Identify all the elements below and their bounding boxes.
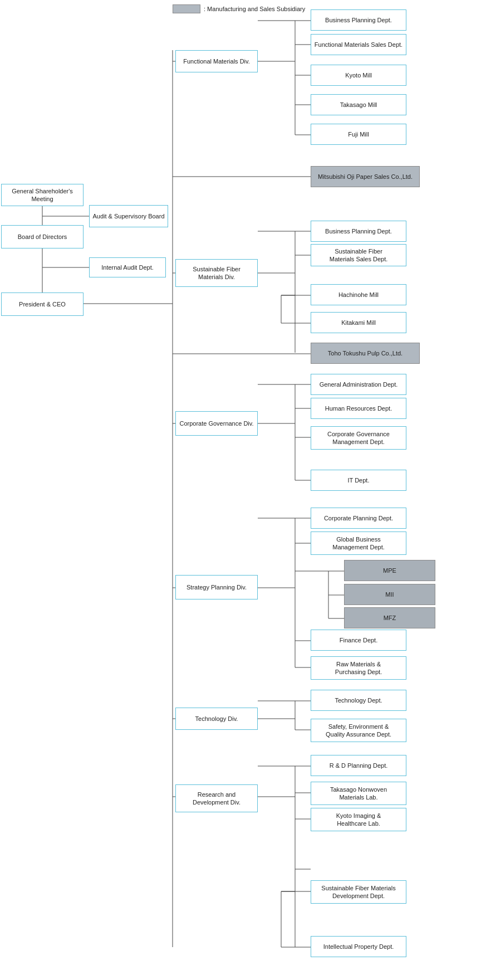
kyoto-mill: Kyoto Mill bbox=[311, 65, 406, 86]
fuji-mill: Fuji Mill bbox=[311, 124, 406, 145]
safety-env-qa-label: Safety, Environment &Quality Assurance D… bbox=[326, 723, 391, 739]
technology-dept: Technology Dept. bbox=[311, 690, 406, 711]
strategy-planning-div-label: Strategy Planning Div. bbox=[186, 583, 247, 591]
general-shareholders-label: General Shareholder's Meeting bbox=[4, 187, 80, 203]
corporate-planning-label: Corporate Planning Dept. bbox=[324, 514, 393, 522]
sust-business-planning-label: Business Planning Dept. bbox=[325, 227, 392, 235]
func-business-planning-dept: Business Planning Dept. bbox=[311, 9, 406, 31]
takasago-nonwoven-label: Takasago NonwovenMaterials Lab. bbox=[330, 786, 387, 802]
research-development-div-label: Research andDevelopment Div. bbox=[193, 791, 240, 807]
ip-dept-label: Intellectual Property Dept. bbox=[323, 943, 394, 950]
connector-lines bbox=[0, 0, 481, 980]
kitakami-mill: Kitakami Mill bbox=[311, 312, 406, 333]
president-ceo-box: President & CEO bbox=[1, 292, 84, 316]
raw-materials-label: Raw Materials &Purchasing Dept. bbox=[335, 660, 382, 676]
func-business-planning-dept-label: Business Planning Dept. bbox=[325, 16, 392, 24]
corporate-planning-dept: Corporate Planning Dept. bbox=[311, 508, 406, 529]
board-directors-box: Board of Directors bbox=[1, 225, 84, 248]
research-development-div: Research andDevelopment Div. bbox=[175, 784, 258, 812]
kyoto-imaging-lab: Kyoto Imaging &Healthcare Lab. bbox=[311, 808, 406, 831]
internal-audit-label: Internal Audit Dept. bbox=[101, 264, 154, 271]
sust-fiber-dev-label: Sustainable Fiber MaterialsDevelopment D… bbox=[321, 884, 395, 900]
takasago-mill: Takasago Mill bbox=[311, 94, 406, 115]
general-shareholders-box: General Shareholder's Meeting bbox=[1, 184, 84, 206]
global-biz-mgmt-label: Global BusinessManagement Dept. bbox=[332, 535, 385, 552]
it-dept-label: IT Dept. bbox=[348, 476, 370, 484]
sustainable-fiber-div-label: Sustainable FiberMaterials Div. bbox=[193, 265, 240, 281]
raw-materials-dept: Raw Materials &Purchasing Dept. bbox=[311, 656, 406, 680]
president-ceo-label: President & CEO bbox=[19, 300, 66, 308]
mitsubishi-oji-subsidiary: Mitsubishi Oji Paper Sales Co.,Ltd. bbox=[311, 166, 420, 187]
kyoto-mill-label: Kyoto Mill bbox=[345, 71, 372, 79]
safety-env-qa-dept: Safety, Environment &Quality Assurance D… bbox=[311, 719, 406, 742]
technology-div-label: Technology Div. bbox=[195, 715, 238, 723]
legend-label: : Manufacturing and Sales Subsidiary bbox=[204, 6, 305, 12]
kitakami-mill-label: Kitakami Mill bbox=[341, 319, 376, 326]
board-directors-label: Board of Directors bbox=[18, 233, 67, 241]
mii-subsidiary: MII bbox=[344, 584, 435, 605]
human-resources-label: Human Resources Dept. bbox=[325, 404, 392, 412]
functional-materials-div-label: Functional Materials Div. bbox=[183, 57, 250, 65]
sust-sales-dept: Sustainable FiberMaterials Sales Dept. bbox=[311, 244, 406, 266]
legend-box bbox=[173, 4, 200, 13]
fuji-mill-label: Fuji Mill bbox=[348, 130, 369, 138]
org-chart: : Manufacturing and Sales Subsidiary Gen… bbox=[0, 0, 481, 980]
takasago-mill-label: Takasago Mill bbox=[340, 101, 377, 109]
mfz-label: MFZ bbox=[384, 614, 396, 622]
mfz-subsidiary: MFZ bbox=[344, 607, 435, 628]
functional-materials-div: Functional Materials Div. bbox=[175, 50, 258, 72]
mitsubishi-oji-label: Mitsubishi Oji Paper Sales Co.,Ltd. bbox=[318, 173, 413, 181]
legend: : Manufacturing and Sales Subsidiary bbox=[173, 4, 305, 13]
rd-planning-dept: R & D Planning Dept. bbox=[311, 755, 406, 776]
sust-sales-label: Sustainable FiberMaterials Sales Dept. bbox=[330, 247, 388, 264]
audit-supervisory-box: Audit & Supervisory Board bbox=[89, 205, 168, 227]
human-resources-dept: Human Resources Dept. bbox=[311, 398, 406, 419]
global-biz-mgmt-dept: Global BusinessManagement Dept. bbox=[311, 532, 406, 555]
kyoto-imaging-label: Kyoto Imaging &Healthcare Lab. bbox=[336, 812, 381, 828]
technology-dept-label: Technology Dept. bbox=[335, 696, 382, 704]
mii-label: MII bbox=[385, 591, 394, 598]
finance-dept: Finance Dept. bbox=[311, 630, 406, 651]
toho-tokushu-label: Toho Tokushu Pulp Co.,Ltd. bbox=[328, 349, 403, 357]
finance-dept-label: Finance Dept. bbox=[340, 636, 377, 644]
ip-dept: Intellectual Property Dept. bbox=[311, 936, 406, 957]
corp-gov-mgmt-dept: Corporate GovernanceManagement Dept. bbox=[311, 426, 406, 450]
audit-supervisory-label: Audit & Supervisory Board bbox=[92, 212, 164, 220]
sustainable-fiber-div: Sustainable FiberMaterials Div. bbox=[175, 259, 258, 287]
toho-tokushu-subsidiary: Toho Tokushu Pulp Co.,Ltd. bbox=[311, 343, 420, 364]
corp-gov-mgmt-label: Corporate GovernanceManagement Dept. bbox=[327, 430, 390, 446]
corporate-governance-div: Corporate Governance Div. bbox=[175, 411, 258, 436]
general-admin-label: General Administration Dept. bbox=[320, 381, 398, 388]
func-sales-dept-label: Functional Materials Sales Dept. bbox=[315, 41, 403, 48]
func-sales-dept: Functional Materials Sales Dept. bbox=[311, 34, 406, 55]
sust-fiber-dev-dept: Sustainable Fiber MaterialsDevelopment D… bbox=[311, 880, 406, 904]
takasago-nonwoven-lab: Takasago NonwovenMaterials Lab. bbox=[311, 782, 406, 805]
internal-audit-box: Internal Audit Dept. bbox=[89, 257, 166, 277]
sust-business-planning-dept: Business Planning Dept. bbox=[311, 221, 406, 242]
hachinohe-mill: Hachinohe Mill bbox=[311, 284, 406, 305]
it-dept: IT Dept. bbox=[311, 470, 406, 491]
mpe-subsidiary: MPE bbox=[344, 560, 435, 581]
rd-planning-label: R & D Planning Dept. bbox=[330, 762, 388, 769]
hachinohe-mill-label: Hachinohe Mill bbox=[338, 291, 379, 299]
technology-div: Technology Div. bbox=[175, 708, 258, 730]
strategy-planning-div: Strategy Planning Div. bbox=[175, 575, 258, 599]
mpe-label: MPE bbox=[383, 567, 396, 574]
general-admin-dept: General Administration Dept. bbox=[311, 374, 406, 395]
corporate-governance-div-label: Corporate Governance Div. bbox=[179, 420, 253, 427]
